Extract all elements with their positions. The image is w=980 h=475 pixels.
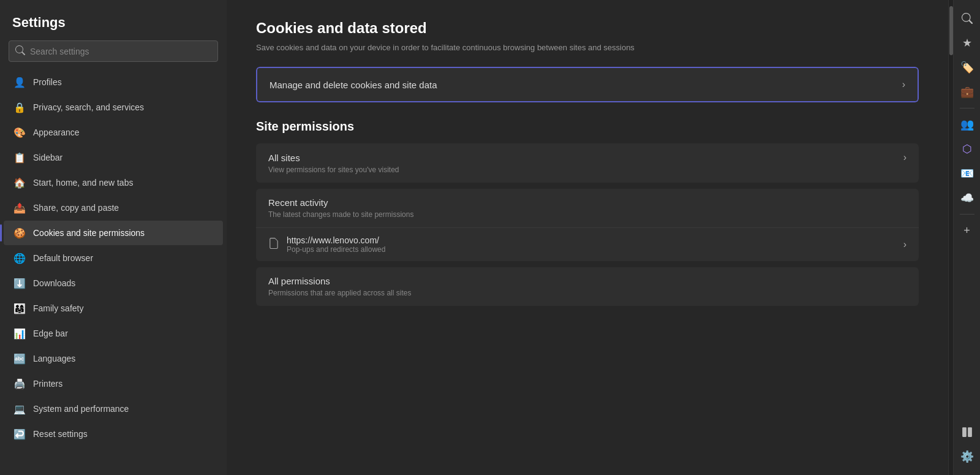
manage-cookies-card[interactable]: Manage and delete cookies and site data … bbox=[256, 67, 919, 102]
main-content: Cookies and data stored Save cookies and… bbox=[227, 0, 948, 475]
nav-label-profiles: Profiles bbox=[33, 77, 62, 87]
sidebar-item-profiles[interactable]: 👤 Profiles bbox=[4, 70, 223, 94]
chevron-right-icon: › bbox=[902, 79, 905, 90]
sidebar-item-system[interactable]: 💻 System and performance bbox=[4, 397, 223, 421]
sidebar-item-sidebar[interactable]: 📋 Sidebar bbox=[4, 145, 223, 170]
nav-icon-languages: 🔤 bbox=[13, 352, 26, 365]
all-sites-chevron-icon: › bbox=[903, 152, 907, 163]
site-desc: Pop-ups and redirects allowed bbox=[287, 245, 896, 254]
nav-label-family-safety: Family safety bbox=[33, 303, 83, 313]
extensions-icon-btn[interactable]: ⬡ bbox=[956, 138, 978, 160]
search-box[interactable] bbox=[9, 40, 218, 62]
profiles-icon-btn[interactable]: 👥 bbox=[956, 113, 978, 135]
site-url: https://www.lenovo.com/ bbox=[287, 235, 896, 245]
nav-icon-system: 💻 bbox=[13, 403, 26, 415]
right-icons-panel: ★ 🏷️ 💼 👥 ⬡ 📧 ☁️ + ⚙️ bbox=[953, 0, 980, 475]
nav-icon-profiles: 👤 bbox=[13, 76, 26, 88]
add-icon-btn[interactable]: + bbox=[956, 219, 978, 241]
all-permissions-card[interactable]: All permissions Permissions that are app… bbox=[256, 267, 919, 306]
manage-cookies-link[interactable]: Manage and delete cookies and site data … bbox=[256, 67, 919, 102]
sidebar-item-appearance[interactable]: 🎨 Appearance bbox=[4, 120, 223, 145]
sidebar: Settings 👤 Profiles 🔒 Privacy, search, a… bbox=[0, 0, 227, 475]
sidebar-item-downloads[interactable]: ⬇️ Downloads bbox=[4, 271, 223, 295]
all-sites-header[interactable]: All sites › bbox=[256, 143, 919, 165]
recent-activity-title: Recent activity bbox=[268, 197, 328, 208]
nav-label-reset: Reset settings bbox=[33, 429, 88, 439]
sidebar-item-default-browser[interactable]: 🌐 Default browser bbox=[4, 246, 223, 270]
site-entry-lenovo[interactable]: https://www.lenovo.com/ Pop-ups and redi… bbox=[256, 227, 919, 261]
settings-icon-btn[interactable]: ⚙️ bbox=[956, 446, 978, 468]
all-permissions-title: All permissions bbox=[268, 276, 330, 286]
search-input[interactable] bbox=[30, 47, 211, 56]
nav-label-printers: Printers bbox=[33, 379, 62, 389]
nav-label-cookies: Cookies and site permissions bbox=[33, 228, 145, 238]
nav-icon-appearance: 🎨 bbox=[13, 126, 26, 139]
nav-icon-start-home: 🏠 bbox=[13, 177, 26, 189]
site-entry-chevron-icon: › bbox=[903, 239, 907, 250]
icon-divider-1 bbox=[960, 108, 974, 108]
svg-rect-0 bbox=[962, 427, 967, 437]
nav-label-system: System and performance bbox=[33, 404, 129, 414]
nav-label-privacy: Privacy, search, and services bbox=[33, 102, 144, 112]
site-info: https://www.lenovo.com/ Pop-ups and redi… bbox=[287, 235, 896, 254]
nav-icon-downloads: ⬇️ bbox=[13, 277, 26, 289]
icon-divider-2 bbox=[960, 214, 974, 215]
settings-title: Settings bbox=[0, 0, 227, 40]
nav-icon-reset: ↩️ bbox=[13, 428, 26, 440]
nav-icon-privacy: 🔒 bbox=[13, 101, 26, 113]
cloud-icon-btn[interactable]: ☁️ bbox=[956, 187, 978, 209]
page-subtitle: Save cookies and data on your device in … bbox=[256, 43, 919, 52]
nav-label-default-browser: Default browser bbox=[33, 253, 93, 263]
recent-activity-header: Recent activity bbox=[256, 189, 919, 210]
sidebar-item-privacy[interactable]: 🔒 Privacy, search, and services bbox=[4, 95, 223, 120]
nav-icon-default-browser: 🌐 bbox=[13, 252, 26, 264]
manage-cookies-label: Manage and delete cookies and site data bbox=[270, 80, 437, 90]
recent-activity-card: Recent activity The latest changes made … bbox=[256, 189, 919, 261]
site-page-icon bbox=[268, 238, 279, 252]
search-icon-btn[interactable] bbox=[956, 7, 978, 29]
all-sites-card[interactable]: All sites › View permissions for sites y… bbox=[256, 143, 919, 183]
wallet-icon-btn[interactable]: 💼 bbox=[956, 81, 978, 103]
nav-label-sidebar: Sidebar bbox=[33, 153, 62, 162]
sidebar-item-languages[interactable]: 🔤 Languages bbox=[4, 346, 223, 371]
nav-icon-edge-bar: 📊 bbox=[13, 327, 26, 340]
nav-icon-cookies: 🍪 bbox=[13, 227, 26, 239]
all-sites-title: All sites bbox=[268, 153, 300, 163]
nav-label-start-home: Start, home, and new tabs bbox=[33, 178, 133, 188]
sidebar-item-edge-bar[interactable]: 📊 Edge bar bbox=[4, 321, 223, 346]
all-permissions-header[interactable]: All permissions bbox=[256, 267, 919, 289]
search-icon bbox=[15, 45, 25, 57]
nav-icon-sidebar: 📋 bbox=[13, 151, 26, 164]
page-title: Cookies and data stored bbox=[256, 20, 919, 37]
favorites-icon-btn[interactable]: ★ bbox=[956, 32, 978, 54]
nav-icon-share-copy: 📤 bbox=[13, 202, 26, 214]
sidebar-item-family-safety[interactable]: 👨‍👩‍👧 Family safety bbox=[4, 296, 223, 321]
outlook-icon-btn[interactable]: 📧 bbox=[956, 162, 978, 184]
nav-label-edge-bar: Edge bar bbox=[33, 329, 68, 338]
scrollbar[interactable] bbox=[948, 0, 953, 475]
scrollbar-thumb[interactable] bbox=[949, 6, 953, 55]
nav-icon-printers: 🖨️ bbox=[13, 378, 26, 390]
sidebar-item-printers[interactable]: 🖨️ Printers bbox=[4, 371, 223, 396]
sidebar-item-start-home[interactable]: 🏠 Start, home, and new tabs bbox=[4, 170, 223, 195]
nav-label-languages: Languages bbox=[33, 354, 75, 363]
svg-rect-1 bbox=[968, 427, 972, 437]
sidebar-item-cookies[interactable]: 🍪 Cookies and site permissions bbox=[4, 221, 223, 245]
nav-list: 👤 Profiles 🔒 Privacy, search, and servic… bbox=[0, 69, 227, 447]
site-permissions-title: Site permissions bbox=[256, 120, 919, 134]
nav-label-share-copy: Share, copy and paste bbox=[33, 203, 119, 213]
nav-icon-family-safety: 👨‍👩‍👧 bbox=[13, 302, 26, 314]
splitscreen-icon-btn[interactable] bbox=[956, 421, 978, 443]
nav-label-appearance: Appearance bbox=[33, 127, 80, 137]
recent-activity-subtitle: The latest changes made to site permissi… bbox=[256, 210, 919, 227]
collections-icon-btn[interactable]: 🏷️ bbox=[956, 56, 978, 78]
all-permissions-subtitle: Permissions that are applied across all … bbox=[256, 289, 919, 306]
nav-label-downloads: Downloads bbox=[33, 278, 75, 288]
all-sites-subtitle: View permissions for sites you've visite… bbox=[256, 165, 919, 183]
sidebar-item-share-copy[interactable]: 📤 Share, copy and paste bbox=[4, 196, 223, 220]
sidebar-item-reset[interactable]: ↩️ Reset settings bbox=[4, 422, 223, 446]
